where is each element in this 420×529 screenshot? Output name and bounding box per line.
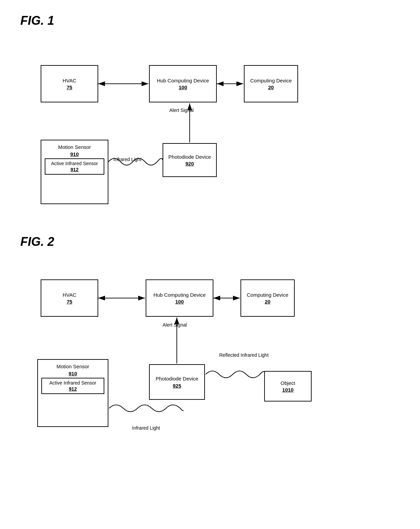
fig1-photodiode-num: 920 xyxy=(185,161,194,166)
fig1-photodiode-label: Photodiode Device xyxy=(168,154,211,160)
fig2-computing-box: Computing Device 20 xyxy=(240,279,295,317)
fig2-hvac-num: 75 xyxy=(67,299,72,305)
fig1-infrared-label: Infrared Light xyxy=(113,157,142,162)
fig1-computing-label: Computing Device xyxy=(250,77,292,84)
fig2-photodiode-num: 925 xyxy=(173,383,181,389)
fig2-object-num: 1010 xyxy=(282,387,293,393)
fig1-alert-signal-label: Alert Signal xyxy=(169,107,194,113)
fig2-object-label: Object xyxy=(280,380,295,387)
fig2-hub-box: Hub Computing Device 100 xyxy=(146,279,213,317)
fig1-hvac-label: HVAC xyxy=(63,77,77,84)
fig2-infrared-label: Infrared Light xyxy=(132,425,160,431)
fig1-title: FIG. 1 xyxy=(20,14,400,28)
fig1-hvac-box: HVAC 75 xyxy=(41,65,98,102)
fig1-computing-num: 20 xyxy=(268,84,274,90)
fig2-title: FIG. 2 xyxy=(20,235,400,249)
fig1-hub-label: Hub Computing Device xyxy=(157,77,209,84)
fig2-reflected-label: Reflected Infrared Light xyxy=(217,352,271,358)
fig2-diagram: HVAC 75 Hub Computing Device 100 Computi… xyxy=(20,259,393,449)
fig2-hvac-label: HVAC xyxy=(63,292,77,298)
fig2-motion-sensor-box: Motion Sensor 910 Active Infrared Sensor… xyxy=(37,359,108,427)
fig1-motion-sensor-box: Motion Sensor 910 Active Infrared Sensor… xyxy=(41,140,108,204)
fig1-hub-box: Hub Computing Device 100 xyxy=(149,65,217,102)
fig1-active-infrared-num: 912 xyxy=(70,167,78,172)
fig2-active-infrared-num: 912 xyxy=(69,386,77,392)
fig1-active-infrared-label: Active Infrared Sensor xyxy=(51,161,98,166)
fig1-computing-box: Computing Device 20 xyxy=(244,65,298,102)
fig1-hub-num: 100 xyxy=(178,84,187,90)
fig2-alert-signal-label: Alert Signal xyxy=(163,322,187,328)
fig1-motion-num: 910 xyxy=(70,151,79,157)
fig2-computing-label: Computing Device xyxy=(247,292,289,298)
fig1-diagram: HVAC 75 Hub Computing Device 100 Computi… xyxy=(20,38,393,214)
fig2-computing-num: 20 xyxy=(265,299,271,305)
fig2-active-infrared-label: Active Infrared Sensor xyxy=(49,380,97,386)
fig2-hvac-box: HVAC 75 xyxy=(41,279,98,317)
fig2-object-box: Object 1010 xyxy=(264,371,312,401)
fig2-motion-num: 910 xyxy=(68,371,77,376)
fig2-active-infrared-box: Active Infrared Sensor 912 xyxy=(41,378,104,394)
fig2-motion-label: Motion Sensor xyxy=(57,363,89,370)
fig1-motion-label: Motion Sensor xyxy=(58,144,91,151)
fig2-photodiode-label: Photodiode Device xyxy=(156,375,198,382)
fig1-photodiode-box: Photodiode Device 920 xyxy=(163,143,217,177)
fig2-hub-label: Hub Computing Device xyxy=(153,292,206,298)
fig2-hub-num: 100 xyxy=(175,299,184,305)
fig1-hvac-num: 75 xyxy=(67,84,72,90)
fig2-photodiode-box: Photodiode Device 925 xyxy=(149,364,205,400)
fig1-active-infrared-box: Active Infrared Sensor 912 xyxy=(45,158,104,175)
